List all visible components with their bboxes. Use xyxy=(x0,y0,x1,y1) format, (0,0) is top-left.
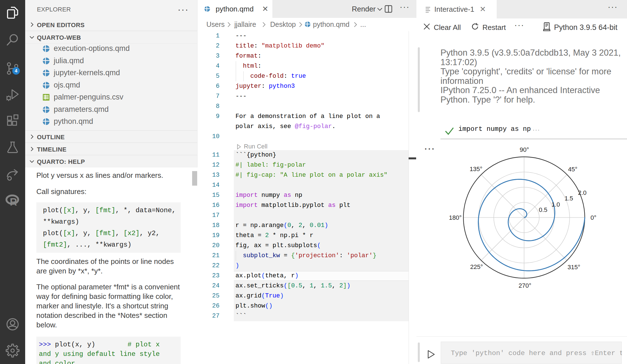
svg-text:0°: 0° xyxy=(590,214,596,221)
svg-text:315°: 315° xyxy=(567,264,580,271)
svg-text:R: R xyxy=(10,196,17,208)
svg-text:1.0: 1.0 xyxy=(551,201,560,208)
svg-text:45°: 45° xyxy=(568,166,577,173)
svg-text:2.0: 2.0 xyxy=(578,189,587,196)
svg-text:225°: 225° xyxy=(470,263,483,270)
svg-text:0.5: 0.5 xyxy=(539,206,548,213)
svg-text:1.5: 1.5 xyxy=(565,195,573,202)
svg-text:270°: 270° xyxy=(518,282,531,289)
svg-text:135°: 135° xyxy=(470,166,482,172)
svg-text:90°: 90° xyxy=(520,146,529,153)
svg-text:180°: 180° xyxy=(449,214,462,221)
